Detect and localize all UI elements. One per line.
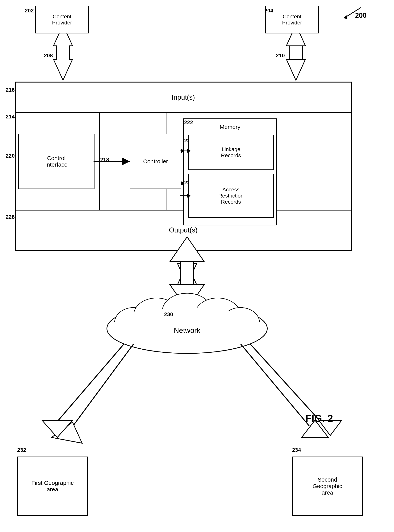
ctrl-to-access-arrow (180, 192, 192, 200)
svg-marker-23 (177, 263, 197, 285)
second-geographic-box: Second Geographic area (292, 457, 363, 516)
controller-box: Controller (130, 134, 181, 189)
svg-line-41 (69, 344, 134, 432)
first-geographic-box: First Geographic area (17, 457, 88, 516)
control-interface-box: Control Interface (18, 134, 94, 189)
outputs-label: Output(s) (15, 210, 351, 250)
svg-line-49 (346, 8, 361, 17)
ref-230: 230 (164, 311, 173, 317)
svg-rect-6 (56, 45, 70, 60)
svg-marker-10 (286, 59, 306, 80)
network-label: Network (114, 319, 260, 342)
svg-rect-27 (180, 250, 194, 292)
content-provider-right: Content Provider (265, 6, 319, 33)
svg-marker-42 (52, 422, 82, 443)
content-provider-left: Content Provider (35, 6, 89, 33)
ref-210: 210 (276, 53, 285, 59)
diagram: Content Provider Content Provider 202 20… (0, 0, 394, 532)
svg-marker-52 (125, 159, 129, 163)
ci-to-controller-arrow (93, 158, 132, 165)
ref-234: 234 (292, 447, 301, 453)
ref-216: 216 (6, 87, 15, 93)
ref-202: 202 (25, 8, 34, 14)
svg-marker-56 (187, 194, 191, 198)
ref-204: 204 (264, 8, 273, 14)
figure-label: FIG. 2 (306, 413, 333, 424)
inputs-label: Input(s) (15, 82, 351, 113)
linkage-records-box: Linkage Records (188, 135, 274, 170)
svg-marker-26 (177, 263, 197, 285)
ref-220: 220 (6, 153, 15, 159)
svg-marker-46 (42, 420, 73, 437)
svg-marker-5 (53, 59, 73, 80)
ref-228: 228 (6, 214, 15, 220)
ref-208: 208 (44, 53, 53, 59)
svg-line-43 (240, 344, 309, 426)
svg-line-45 (53, 344, 124, 426)
svg-marker-54 (187, 149, 191, 153)
memory-label: Memory (183, 119, 277, 135)
diagram-svg (0, 0, 394, 532)
svg-marker-50 (344, 15, 347, 19)
svg-marker-31 (170, 285, 204, 310)
ref-232: 232 (17, 447, 26, 453)
ref-214: 214 (6, 114, 15, 120)
ref-200-arrow (342, 6, 365, 21)
ctrl-to-linkage-arrow (180, 147, 192, 155)
